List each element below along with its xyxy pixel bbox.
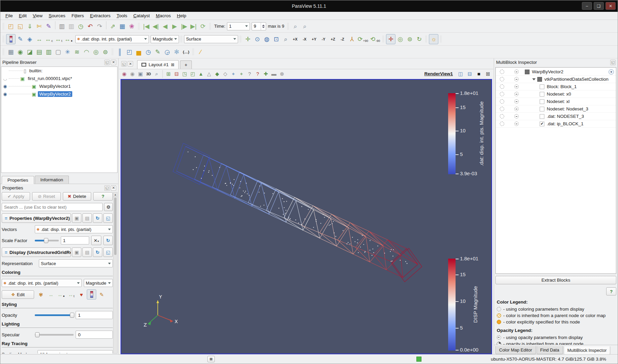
split-horizontal-icon[interactable]: ◫ bbox=[457, 70, 465, 78]
multiblock-row-nodeset-xl[interactable]: Nodeset: xl bbox=[496, 98, 616, 105]
save-data-icon[interactable]: ◱ bbox=[16, 21, 25, 31]
rotate-90-counterclockwise-icon[interactable]: ⟲-90 bbox=[369, 34, 381, 44]
glyph-icon[interactable]: ✳ bbox=[63, 47, 72, 57]
color-state-icon[interactable] bbox=[500, 70, 504, 74]
pipeline-item-warpbyvector1[interactable]: ◉▣WarpByVector1 bbox=[1, 82, 117, 90]
freeze-selection-icon[interactable]: ✻ bbox=[172, 47, 181, 57]
rescale-temporal-range-icon[interactable]: ↔t bbox=[54, 34, 63, 44]
set-view-plus-y-icon[interactable]: +Y bbox=[309, 34, 319, 44]
color-state-icon[interactable] bbox=[500, 84, 504, 89]
clip-icon[interactable]: ◪ bbox=[25, 47, 34, 57]
menu-macros[interactable]: Macros bbox=[153, 12, 174, 19]
plot-data-icon[interactable]: ✎ bbox=[153, 47, 162, 57]
group-datasets-icon[interactable]: ◎ bbox=[91, 47, 101, 57]
step-forward-icon[interactable]: |▶ bbox=[179, 21, 189, 31]
toolbar-drag-handle[interactable] bbox=[239, 35, 242, 43]
color-state-icon[interactable] bbox=[500, 107, 504, 111]
opacity-value[interactable]: 1 bbox=[76, 311, 113, 319]
multiblock-help-button[interactable]: ? bbox=[606, 287, 616, 295]
float-dock-icon[interactable]: ◱ bbox=[104, 60, 110, 65]
toolbar-drag-handle[interactable] bbox=[192, 48, 195, 56]
disconnect-server-icon[interactable]: ▥ bbox=[67, 21, 76, 31]
visibility-eye-icon[interactable]: ◉ bbox=[1, 92, 9, 97]
toolbar-drag-handle[interactable] bbox=[425, 35, 428, 43]
capture-screenshot-icon[interactable]: ▣ bbox=[136, 70, 145, 78]
multiblock-row-vtkpartitioneddatasetcollection[interactable]: vtkPartitionedDataSetCollection bbox=[496, 76, 616, 83]
use-separate-color-map-icon[interactable]: ◈ bbox=[25, 34, 34, 44]
properties-scrollbar[interactable]: ▲ bbox=[113, 192, 118, 354]
toolbar-drag-handle[interactable] bbox=[2, 35, 5, 43]
multiblock-row-nodeset-nodeset-3[interactable]: Nodeset: Nodeset_3 bbox=[496, 105, 616, 113]
menu-file[interactable]: File bbox=[2, 12, 16, 19]
edit-color-map-button[interactable]: ❖Edit bbox=[2, 290, 34, 299]
block-checkbox[interactable] bbox=[540, 92, 544, 97]
step-back-icon[interactable]: ◀ bbox=[160, 21, 170, 31]
save-defaults-button[interactable]: ◱ bbox=[103, 213, 113, 223]
color-state-icon[interactable] bbox=[500, 92, 504, 96]
toolbar-drag-handle[interactable] bbox=[209, 23, 211, 30]
camera-undo-icon[interactable]: ◉ bbox=[120, 70, 128, 78]
tab-multiblock-inspector[interactable]: MultiBlock Inspector bbox=[564, 346, 610, 355]
extract-subset-icon[interactable]: ▢ bbox=[53, 47, 63, 57]
auto-apply-icon[interactable]: ▦ bbox=[118, 21, 127, 31]
reset-defaults-button[interactable]: ↻ bbox=[93, 213, 102, 223]
vectors-combo[interactable]: .dat: disp. int. pts. (partial) bbox=[35, 225, 113, 233]
coloring-array-combo[interactable]: .dat: disp. int. pts. (partial) bbox=[2, 279, 82, 287]
opacity-slider[interactable] bbox=[35, 314, 74, 316]
rescale-visible-range-icon[interactable]: ↔● bbox=[56, 289, 66, 300]
visibility-eye-icon[interactable]: ◉ bbox=[1, 84, 9, 89]
multiblock-row--dat-ip-block-1[interactable]: ✔.dat: ip_BLOCK_1 bbox=[496, 120, 616, 128]
rescale-custom-range-icon[interactable]: ↔c bbox=[44, 34, 54, 44]
hover-cells-query-icon[interactable]: ? bbox=[246, 70, 254, 78]
block-checkbox[interactable] bbox=[540, 107, 544, 111]
delete-button[interactable]: ✖Delete bbox=[63, 192, 91, 201]
save-screenshot-icon[interactable]: ⇓ bbox=[25, 21, 34, 31]
select-points-frustum-icon[interactable]: ◰ bbox=[189, 70, 197, 78]
row-options-icon[interactable]: ▾ bbox=[609, 69, 614, 75]
scalar-bar[interactable]: 1.8e+01151053.9e-03.dat: disp. int. pts.… bbox=[448, 93, 489, 174]
reset-camera-closest-icon[interactable]: ◍ bbox=[262, 34, 272, 44]
rescale-to-data-range-icon[interactable]: ↔ bbox=[34, 34, 44, 44]
capture-view-icon[interactable]: ⌕ bbox=[300, 21, 310, 31]
ruler-icon[interactable]: ∕ bbox=[196, 47, 205, 57]
display-section-header[interactable]: =Display (UnstructuredGridRepresentation… bbox=[2, 248, 71, 257]
toolbar-drag-handle[interactable] bbox=[2, 48, 5, 56]
color-state-icon[interactable] bbox=[500, 122, 504, 126]
toolbar-drag-handle[interactable] bbox=[382, 35, 385, 43]
minimize-button[interactable]: – bbox=[582, 2, 592, 10]
opacity-state-icon[interactable] bbox=[514, 99, 519, 104]
toolbar-drag-handle[interactable] bbox=[2, 23, 5, 30]
last-frame-icon[interactable]: ▶| bbox=[189, 21, 198, 31]
zoom-closest-to-data-icon[interactable]: ⊡ bbox=[272, 34, 281, 44]
toolbar-drag-handle[interactable] bbox=[287, 23, 289, 30]
layout-tab[interactable]: Layout #1 ⊠ bbox=[137, 60, 179, 69]
histogram-icon[interactable]: ▅ bbox=[134, 47, 144, 57]
menu-extractors[interactable]: Extractors bbox=[87, 12, 113, 19]
close-dock-icon[interactable]: ✕ bbox=[111, 60, 116, 65]
opacity-state-icon[interactable] bbox=[514, 107, 519, 111]
toolbar-drag-handle[interactable] bbox=[180, 35, 183, 43]
rescale-temporal-range-icon[interactable]: ↔t bbox=[67, 289, 76, 300]
set-view-minus-y-icon[interactable]: -Y bbox=[319, 34, 328, 44]
opacity-state-icon[interactable] bbox=[514, 92, 519, 96]
loop-icon[interactable]: ⟳ bbox=[198, 21, 208, 31]
clear-selection-icon[interactable]: ⊗ bbox=[278, 70, 286, 78]
show-orientation-axes-icon[interactable]: ◎ bbox=[395, 34, 405, 44]
zoom-to-data-icon[interactable]: ⊙ bbox=[253, 34, 262, 44]
menu-view[interactable]: View bbox=[30, 12, 46, 19]
toolbar-drag-handle[interactable] bbox=[440, 35, 442, 43]
reset-camera-icon[interactable]: ✛ bbox=[243, 34, 253, 44]
close-button[interactable]: ✕ bbox=[606, 2, 616, 10]
tab-information[interactable]: Information bbox=[35, 176, 69, 184]
menu-help[interactable]: Help bbox=[174, 12, 189, 19]
output-messages-icon[interactable]: ⊠ bbox=[207, 356, 215, 362]
select-block-faces-icon[interactable]: ◇ bbox=[221, 70, 229, 78]
scrollbar-thumb[interactable] bbox=[114, 198, 117, 255]
threshold-icon[interactable]: ▥ bbox=[44, 47, 53, 57]
first-frame-icon[interactable]: |◀ bbox=[141, 21, 151, 31]
multiblock-row-warpbyvector2[interactable]: WarpByVector2▾ bbox=[496, 68, 616, 76]
toolbar-drag-handle[interactable] bbox=[138, 23, 140, 30]
take-screenshot-icon[interactable]: ⌕ bbox=[291, 21, 300, 31]
opacity-state-icon[interactable] bbox=[514, 122, 519, 126]
close-dock-icon[interactable]: ✕ bbox=[128, 61, 133, 67]
